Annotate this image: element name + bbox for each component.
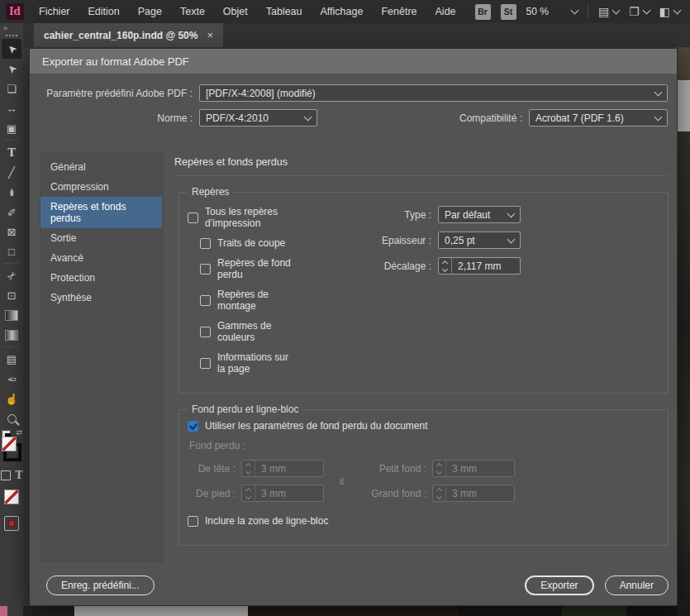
bleed-label: Fond perdu : — [189, 440, 659, 451]
checkbox-unchecked-icon[interactable] — [200, 264, 211, 275]
checkbox-bleed-marks[interactable]: Repères de fond perdu — [200, 257, 296, 280]
arrange-documents-icon[interactable]: ◧ — [659, 6, 670, 17]
checkbox-include-slug[interactable]: Inclure la zone de ligne-bloc — [188, 515, 659, 527]
weight-select[interactable]: 0,25 pt — [438, 232, 521, 249]
chevron-down-icon — [507, 235, 516, 243]
sidebar-item[interactable]: Repères et fonds perdus — [40, 197, 162, 228]
gradient-swatch-tool[interactable] — [2, 305, 21, 325]
rectangle-tool[interactable]: □ — [2, 241, 21, 261]
checkbox-registration-marks[interactable]: Repères de montage — [200, 289, 296, 312]
checkbox-unchecked-icon[interactable] — [200, 327, 211, 337]
checkbox-crop-marks[interactable]: Traits de coupe — [200, 237, 296, 249]
panel-expand-icon[interactable]: » — [0, 23, 7, 32]
free-transform-tool[interactable]: ⊡ — [2, 285, 21, 305]
checkbox-unchecked-icon[interactable] — [200, 238, 211, 249]
formatting-affects-container-icon[interactable] — [1, 470, 11, 480]
line-tool[interactable]: ╱ — [2, 162, 21, 182]
checkbox-unchecked-icon[interactable] — [200, 358, 211, 369]
offset-stepper[interactable]: 2,117 mm — [438, 257, 521, 275]
sidebar-item[interactable]: Protection — [40, 268, 162, 288]
preset-value: [PDF/X-4:2008] (modifié) — [206, 88, 316, 99]
checkbox-color-bars[interactable]: Gammes de couleurs — [200, 320, 296, 343]
close-icon[interactable]: × — [207, 29, 213, 41]
pen-tool-icon: ✒ — [7, 188, 17, 197]
document-tab[interactable]: cahier_central_160p.indd @ 50% × — [34, 23, 223, 47]
document-page-edge — [678, 80, 690, 131]
export-button[interactable]: Exporter — [525, 575, 593, 595]
document-preview-right-strip — [678, 47, 690, 616]
checkbox-unchecked-icon[interactable] — [200, 295, 211, 306]
dialog-title-bar[interactable]: Exporter au format Adobe PDF — [30, 49, 677, 74]
type-value: Par défaut — [445, 209, 490, 221]
checkbox-all-printer-marks[interactable]: Tous les repères d’impression — [188, 206, 296, 229]
link-icon[interactable]: ∞ — [339, 475, 346, 487]
selection-tool[interactable]: ➤ — [2, 39, 21, 59]
sidebar-item[interactable]: Compression — [40, 177, 162, 197]
arrange-documents-dropdown[interactable]: ◧ — [659, 6, 680, 17]
standard-select[interactable]: PDF/X-4:2010 — [199, 109, 317, 127]
page-tool-icon: ❏ — [7, 84, 17, 94]
menu-edition[interactable]: Edition — [79, 0, 129, 23]
screen-mode-icon[interactable]: ❐ — [629, 6, 640, 17]
page-tool[interactable]: ❏ — [2, 79, 21, 98]
eyedropper-tool[interactable]: ✑ — [2, 369, 21, 389]
offset-value[interactable]: 2,117 mm — [452, 258, 515, 274]
apply-none-button[interactable] — [4, 489, 19, 504]
menu-fichier[interactable]: Fichier — [30, 0, 79, 23]
menu-tableau[interactable]: Tableau — [257, 0, 312, 23]
bridge-button[interactable]: Br — [475, 4, 491, 20]
type-select[interactable]: Par défaut — [438, 206, 521, 223]
checkbox-checked-icon[interactable] — [188, 421, 198, 432]
cancel-button[interactable]: Annuler — [605, 575, 669, 595]
formatting-affects-text-icon[interactable]: T — [16, 470, 23, 481]
screen-mode-button[interactable] — [4, 516, 19, 531]
zoom-tool[interactable] — [2, 408, 21, 428]
tools-list: ➤➤❏↔▣T╱✒✎⊠□✂⊡▤✑☝ — [2, 39, 21, 428]
zoom-level-dropdown[interactable]: 50 % — [526, 6, 578, 17]
preset-select[interactable]: [PDF/X-4:2008] (modifié) — [199, 84, 668, 102]
scissors-tool[interactable]: ✂ — [2, 265, 21, 285]
sidebar-item[interactable]: Synthèse — [40, 288, 162, 308]
compatibility-value: Acrobat 7 (PDF 1.6) — [535, 112, 624, 124]
compatibility-select[interactable]: Acrobat 7 (PDF 1.6) — [529, 109, 668, 127]
menu-fenetre[interactable]: Fenêtre — [372, 0, 426, 23]
sidebar-item[interactable]: Général — [40, 157, 162, 177]
pencil-tool[interactable]: ✎ — [2, 202, 21, 222]
swap-fill-stroke-icon[interactable]: ⇄ — [16, 428, 22, 437]
view-options-icon[interactable]: ▤ — [598, 6, 609, 17]
fill-swatch[interactable] — [2, 437, 17, 451]
content-collector-tool[interactable]: ▣ — [2, 118, 21, 138]
frame-tool[interactable]: ⊠ — [2, 222, 21, 241]
sidebar-item[interactable]: Avancé — [40, 248, 162, 268]
menu-page[interactable]: Page — [129, 0, 171, 23]
sidebar-item[interactable]: Sortie — [40, 228, 162, 248]
save-preset-button[interactable]: Enreg. prédéfini... — [46, 575, 155, 595]
panel-grip-icon[interactable] — [6, 35, 17, 36]
checkbox-label: Repères de montage — [217, 289, 296, 312]
bleed-inside-stepper: 3 mm — [432, 460, 515, 477]
menu-aide[interactable]: Aide — [426, 0, 465, 23]
chevron-down-icon[interactable] — [571, 7, 579, 15]
hand-tool[interactable]: ☝ — [2, 389, 21, 408]
chevron-down-icon[interactable] — [612, 7, 621, 15]
menu-affichage[interactable]: Affichage — [312, 0, 373, 23]
type-tool[interactable]: T — [2, 142, 21, 162]
menu-texte[interactable]: Texte — [171, 0, 214, 23]
note-tool[interactable]: ▤ — [2, 349, 21, 369]
direct-selection-tool[interactable]: ➤ — [2, 59, 21, 79]
checkbox-unchecked-icon[interactable] — [188, 212, 198, 223]
screen-mode-dropdown[interactable]: ❐ — [629, 6, 650, 17]
stock-button[interactable]: St — [501, 4, 516, 20]
checkbox-use-document-bleed[interactable]: Utiliser les paramètres de fond perdu du… — [188, 420, 659, 432]
pen-tool[interactable]: ✒ — [2, 182, 21, 202]
menu-objet[interactable]: Objet — [214, 0, 257, 23]
checkbox-unchecked-icon[interactable] — [188, 516, 198, 527]
chevron-down-icon[interactable] — [642, 7, 650, 15]
checkbox-page-information[interactable]: Informations sur la page — [200, 351, 296, 375]
stepper-arrows-icon[interactable] — [439, 258, 452, 274]
stepper-arrows-icon — [433, 461, 446, 476]
gap-tool[interactable]: ↔ — [2, 98, 21, 118]
view-options-dropdown[interactable]: ▤ — [598, 6, 619, 17]
chevron-down-icon[interactable] — [673, 7, 682, 15]
gradient-feather-tool[interactable] — [2, 325, 21, 345]
